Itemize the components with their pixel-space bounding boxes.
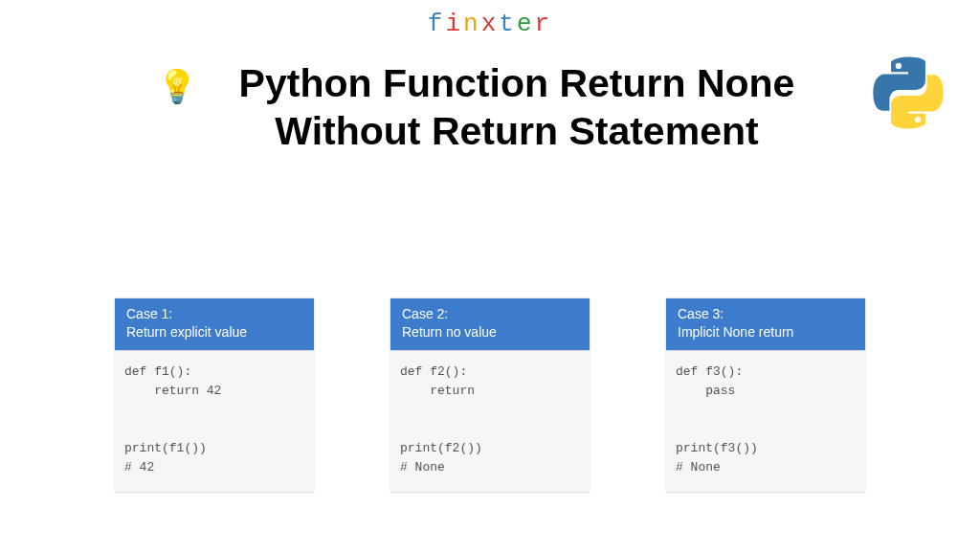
brand-logo: finxter	[428, 10, 552, 38]
case-number: Case 3	[678, 306, 720, 321]
lightbulb-icon: 💡	[157, 67, 197, 155]
card-case-3: Case 3: Implicit None return def f3(): p…	[666, 298, 865, 492]
card-header: Case 2: Return no value	[390, 298, 590, 351]
case-number: Case 2	[402, 306, 444, 321]
code-block: def f3(): pass print(f3()) # None	[666, 351, 865, 492]
card-header: Case 1: Return explicit value	[115, 298, 314, 351]
case-description: Return no value	[402, 324, 497, 340]
case-description: Return explicit value	[126, 324, 247, 340]
card-header: Case 3: Implicit None return	[666, 298, 865, 351]
cards-row: Case 1: Return explicit value def f1(): …	[0, 298, 980, 492]
case-description: Implicit None return	[678, 324, 793, 340]
case-number: Case 1	[126, 306, 168, 321]
page-title: Python Function Return None Without Retu…	[211, 59, 823, 155]
code-block: def f1(): return 42 print(f1()) # 42	[115, 351, 314, 492]
card-case-2: Case 2: Return no value def f2(): return…	[390, 298, 590, 492]
title-row: 💡 Python Function Return None Without Re…	[0, 59, 980, 155]
card-case-1: Case 1: Return explicit value def f1(): …	[115, 298, 314, 492]
code-block: def f2(): return print(f2()) # None	[390, 351, 590, 492]
python-logo-icon	[871, 55, 946, 130]
